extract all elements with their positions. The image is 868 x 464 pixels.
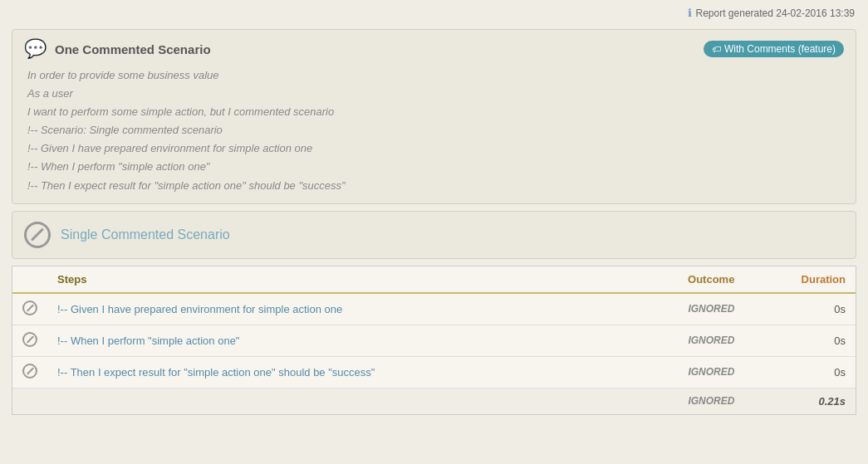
ignored-circle-icon: [24, 222, 51, 248]
row1-outcome: IGNORED: [630, 293, 745, 325]
table-row: !-- Given I have prepared environment fo…: [12, 293, 856, 325]
scenario-name: One Commented Scenario: [55, 42, 211, 56]
summary-empty-icon: [12, 388, 47, 414]
scenario-block: 💬 One Commented Scenario 🏷 With Comments…: [12, 29, 856, 204]
summary-duration: 0.21s: [744, 388, 856, 414]
summary-empty-step: [47, 388, 630, 414]
step-scenario-block: Single Commented Scenario: [12, 211, 856, 259]
desc-line-4: !-- Scenario: Single commented scenario: [27, 121, 844, 139]
row1-icon-cell: [12, 293, 47, 325]
desc-line-6: !-- When I perform "simple action one": [27, 158, 844, 176]
row2-ignored-icon: [22, 332, 37, 347]
steps-table-container: Steps Outcome Duration !-- Given I have …: [12, 266, 856, 415]
scenario-title-row: 💬 One Commented Scenario 🏷 With Comments…: [24, 38, 844, 60]
row1-duration: 0s: [744, 293, 856, 325]
row1-step-text: !-- Given I have prepared environment fo…: [47, 293, 630, 325]
table-header-row: Steps Outcome Duration: [12, 266, 856, 293]
scenario-title-left: 💬 One Commented Scenario: [24, 38, 211, 60]
row2-icon-cell: [12, 325, 47, 356]
row3-step-text: !-- Then I expect result for "simple act…: [47, 356, 630, 388]
row2-outcome: IGNORED: [630, 325, 745, 356]
desc-line-1: In order to provide some business value: [27, 66, 844, 85]
row1-ignored-icon: [22, 300, 37, 315]
summary-outcome: IGNORED: [630, 388, 745, 414]
row3-ignored-icon: [22, 364, 37, 379]
desc-line-3: I want to perform some simple action, bu…: [27, 103, 844, 121]
desc-line-7: !-- Then I expect result for "simple act…: [27, 177, 844, 195]
row2-duration: 0s: [744, 325, 856, 356]
tag-icon: 🏷: [712, 44, 721, 54]
steps-table: Steps Outcome Duration !-- Given I have …: [12, 266, 856, 414]
tag-badge: 🏷 With Comments (feature): [704, 41, 844, 57]
row3-duration: 0s: [744, 356, 856, 388]
report-timestamp: Report generated 24-02-2016 13:39: [696, 7, 855, 19]
row3-outcome: IGNORED: [630, 356, 745, 388]
comment-icon: 💬: [24, 38, 47, 60]
step-scenario-name: Single Commented Scenario: [61, 227, 230, 242]
icon-col-header: [12, 266, 47, 293]
outcome-col-header: Outcome: [630, 266, 745, 293]
desc-line-2: As a user: [27, 85, 844, 103]
tag-label: With Comments (feature): [724, 43, 836, 55]
summary-row: IGNORED 0.21s: [12, 388, 856, 414]
steps-col-header: Steps: [47, 266, 630, 293]
duration-col-header: Duration: [744, 266, 856, 293]
table-row: !-- Then I expect result for "simple act…: [12, 356, 856, 388]
report-header: ℹ Report generated 24-02-2016 13:39: [0, 0, 868, 22]
table-row: !-- When I perform "simple action one" I…: [12, 325, 856, 356]
row3-icon-cell: [12, 356, 47, 388]
row2-step-text: !-- When I perform "simple action one": [47, 325, 630, 356]
info-icon: ℹ: [688, 7, 692, 19]
scenario-description: In order to provide some business value …: [24, 66, 844, 195]
desc-line-5: !-- Given I have prepared environment fo…: [27, 139, 844, 158]
